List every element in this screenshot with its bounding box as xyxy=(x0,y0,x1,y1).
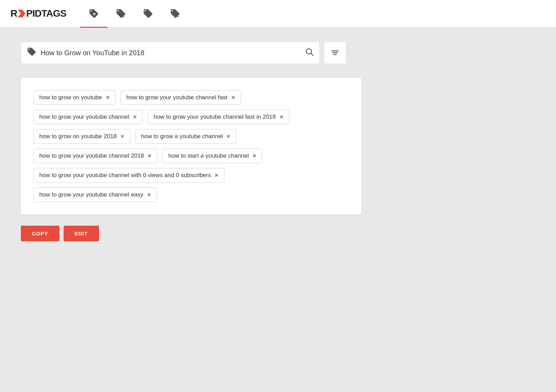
svg-line-9 xyxy=(311,53,313,56)
tag-extract-icon xyxy=(143,8,153,19)
tag-chip[interactable]: how to grow your youtube channel with 0 … xyxy=(33,168,224,183)
copy-button[interactable]: COPY xyxy=(21,226,59,241)
svg-line-3 xyxy=(123,16,124,17)
tab-tag-search[interactable] xyxy=(107,0,134,28)
tag-search-icon xyxy=(116,8,126,19)
tag-label: how to grow your youtube channel with 0 … xyxy=(39,172,211,179)
tag-label: how to start a youtube channel xyxy=(168,152,249,159)
tags-card: how to grow on youtube✕how to grow your … xyxy=(21,78,361,215)
remove-tag-icon[interactable]: ✕ xyxy=(133,114,137,120)
remove-tag-icon[interactable]: ✕ xyxy=(120,134,124,139)
tag-chip[interactable]: how to grow your youtube channel fast in… xyxy=(148,110,289,124)
remove-tag-icon[interactable]: ✕ xyxy=(214,173,219,178)
remove-tag-icon[interactable]: ✕ xyxy=(147,153,152,159)
tag-chip[interactable]: how to grow on youtube 2018✕ xyxy=(33,129,130,144)
remove-tag-icon[interactable]: ✕ xyxy=(226,134,230,139)
tag-label: how to grow a youtube channel xyxy=(141,133,223,140)
header: RPIDTAGS xyxy=(0,0,556,28)
related-search-icon xyxy=(170,8,180,19)
search-input[interactable] xyxy=(41,49,301,57)
remove-tag-icon[interactable]: ✕ xyxy=(147,192,151,198)
search-box xyxy=(21,42,320,64)
logo-text: RPIDTAGS xyxy=(10,8,66,19)
svg-line-5 xyxy=(178,16,179,17)
tag-chip[interactable]: how to grow your youtube channel✕ xyxy=(33,110,143,124)
tag-label: how to grow your youtube channel fast xyxy=(126,94,228,101)
tag-chip[interactable]: how to grow your youtube channel easy✕ xyxy=(33,187,157,202)
tag-label: how to grow your youtube channel 2018 xyxy=(39,152,144,159)
tag-label: how to grow on youtube xyxy=(39,94,102,101)
tab-tag-generator[interactable] xyxy=(80,0,107,28)
tag-icon xyxy=(27,47,36,59)
tag-label: how to grow your youtube channel fast in… xyxy=(154,114,276,120)
tag-chip[interactable]: how to grow your youtube channel fast✕ xyxy=(121,90,241,105)
tags-wrapper: how to grow on youtube✕how to grow your … xyxy=(33,90,349,202)
action-buttons: COPY EDIT xyxy=(21,226,361,241)
tag-label: how to grow on youtube 2018 xyxy=(39,133,117,140)
tag-chip[interactable]: how to grow on youtube✕ xyxy=(33,90,116,105)
nav-tabs xyxy=(80,0,189,27)
tab-tag-extract[interactable] xyxy=(134,0,162,28)
logo: RPIDTAGS xyxy=(10,0,66,27)
tab-related-search[interactable] xyxy=(162,0,189,28)
remove-tag-icon[interactable]: ✕ xyxy=(252,153,256,159)
remove-tag-icon[interactable]: ✕ xyxy=(106,95,110,100)
tag-label: how to grow your youtube channel xyxy=(39,114,129,120)
main-content: how to grow on youtube✕how to grow your … xyxy=(0,28,382,255)
remove-tag-icon[interactable]: ✕ xyxy=(231,95,235,100)
search-container xyxy=(21,42,361,64)
filter-button[interactable] xyxy=(324,42,346,64)
tag-generator-icon xyxy=(89,8,99,19)
tag-chip[interactable]: how to start a youtube channel✕ xyxy=(162,149,262,163)
logo-arrow-icon xyxy=(18,10,25,17)
tag-label: how to grow your youtube channel easy xyxy=(39,191,144,198)
edit-button[interactable]: EDIT xyxy=(64,226,99,241)
tag-chip[interactable]: how to grow your youtube channel 2018✕ xyxy=(33,149,157,163)
search-button[interactable] xyxy=(305,47,314,58)
tag-chip[interactable]: how to grow a youtube channel✕ xyxy=(135,129,236,144)
remove-tag-icon[interactable]: ✕ xyxy=(279,114,284,120)
